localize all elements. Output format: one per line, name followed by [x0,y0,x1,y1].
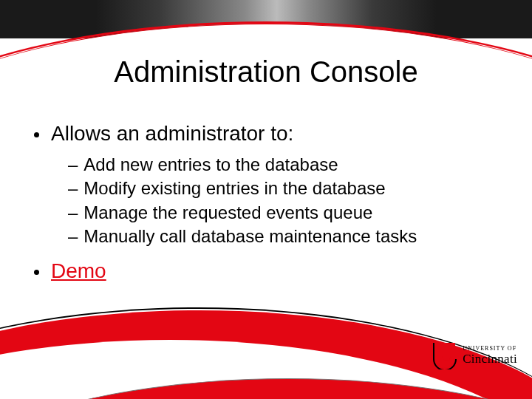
sub-bullet-list: – Add new entries to the database – Modi… [68,153,498,249]
dash-icon: – [68,153,78,177]
sub-bullet: – Modify existing entries in the databas… [68,177,498,200]
uc-logo-big: Cincinnati [463,352,517,365]
uc-logo: UNIVERSITY OF Cincinnati [432,341,517,369]
bullet-demo: Demo [34,259,498,283]
bullet-intro: Allows an administrator to: [34,122,498,146]
bullet-intro-text: Allows an administrator to: [51,122,293,146]
sub-bullet: – Manually call database maintenance tas… [68,225,498,248]
dash-icon: – [68,225,78,248]
uc-logo-text: UNIVERSITY OF Cincinnati [463,346,517,365]
uc-logo-icon [432,341,457,369]
sub-bullet-text: Manage the requested events queue [83,201,372,225]
sub-bullet-text: Add new entries to the database [83,153,338,177]
dash-icon: – [68,201,78,225]
sub-bullet: – Manage the requested events queue [68,201,498,225]
bullet-icon [34,270,39,275]
sub-bullet-text: Manually call database maintenance tasks [83,225,417,248]
slide-title: Administration Console [0,55,532,89]
bullet-icon [34,132,39,137]
sub-bullet: – Add new entries to the database [68,153,498,177]
dash-icon: – [68,177,78,200]
uc-logo-small: UNIVERSITY OF [463,346,517,352]
sub-bullet-text: Modify existing entries in the database [83,177,385,200]
slide-body: Allows an administrator to: – Add new en… [34,122,498,290]
demo-link[interactable]: Demo [51,259,106,283]
